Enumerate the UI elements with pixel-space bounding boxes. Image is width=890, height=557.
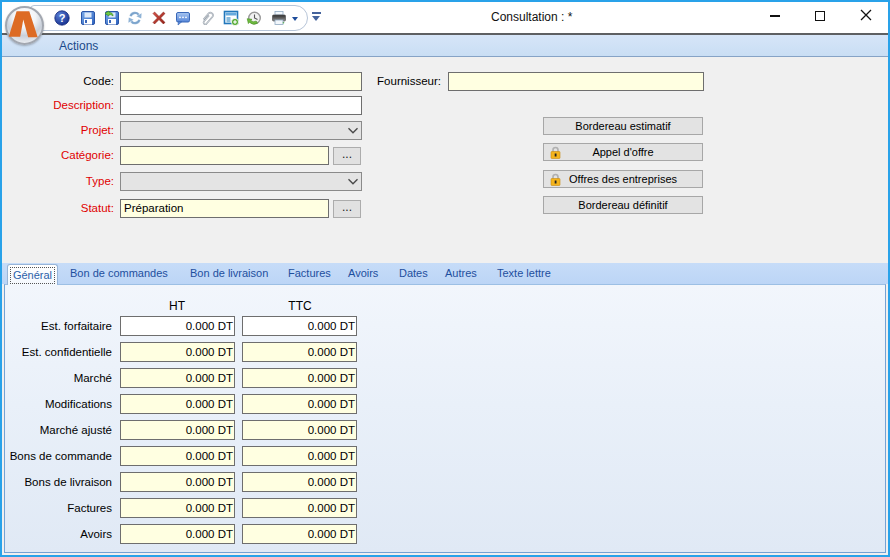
svg-text:?: ? [59,12,66,24]
